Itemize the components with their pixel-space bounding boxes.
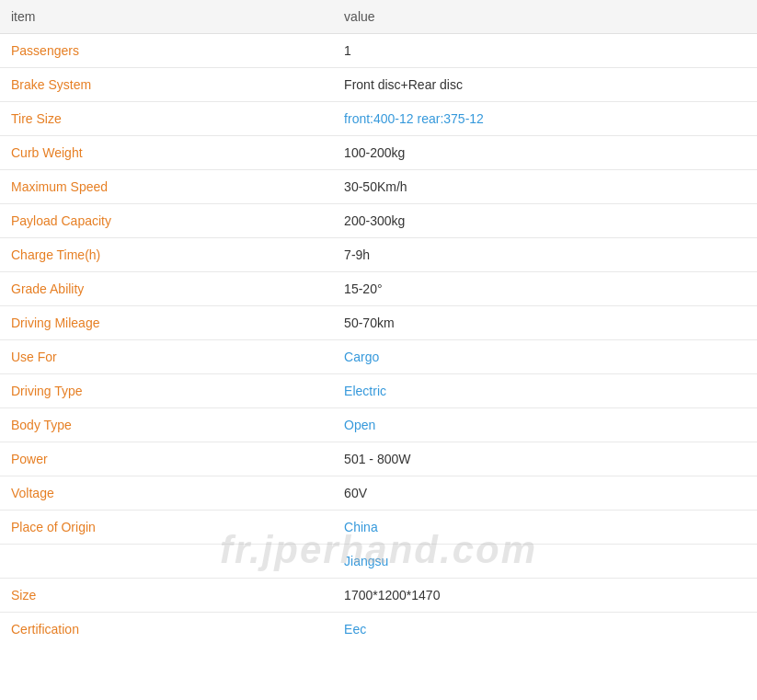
item-cell: Maximum Speed [0, 170, 333, 204]
value-cell: 501 - 800W [333, 442, 757, 476]
item-cell: Brake System [0, 68, 333, 102]
table-row: Brake SystemFront disc+Rear disc [0, 68, 757, 102]
table-row: Maximum Speed30-50Km/h [0, 170, 757, 204]
item-cell: Driving Mileage [0, 306, 333, 340]
table-row: Charge Time(h)7-9h [0, 238, 757, 272]
table-row: Curb Weight100-200kg [0, 136, 757, 170]
table-row: Place of OriginChina [0, 511, 757, 545]
value-cell: 1 [333, 34, 757, 68]
table-body: Passengers1Brake SystemFront disc+Rear d… [0, 34, 757, 647]
table-row: Body TypeOpen [0, 408, 757, 442]
table-row: Tire Sizefront:400-12 rear:375-12 [0, 102, 757, 136]
item-cell: Grade Ability [0, 272, 333, 306]
value-cell: front:400-12 rear:375-12 [333, 102, 757, 136]
item-cell: Curb Weight [0, 136, 333, 170]
header-value: value [333, 0, 757, 34]
value-cell: China [333, 511, 757, 545]
value-cell: 100-200kg [333, 136, 757, 170]
value-cell: 60V [333, 476, 757, 511]
header-item: item [0, 0, 333, 34]
value-cell: Open [333, 408, 757, 442]
item-cell: Driving Type [0, 374, 333, 408]
item-cell: Charge Time(h) [0, 238, 333, 272]
value-cell: 50-70km [333, 306, 757, 340]
item-cell: Use For [0, 340, 333, 374]
item-cell: Certification [0, 613, 333, 647]
table-row: Power501 - 800W [0, 442, 757, 476]
table-row: Passengers1 [0, 34, 757, 68]
value-cell: 1700*1200*1470 [333, 579, 757, 613]
value-cell: Jiangsu [333, 545, 757, 579]
item-cell: Voltage [0, 476, 333, 511]
table-row: Size1700*1200*1470 [0, 579, 757, 613]
value-cell: Electric [333, 374, 757, 408]
table-row: Voltage60V [0, 476, 757, 511]
item-cell: Place of Origin [0, 511, 333, 545]
value-cell: Cargo [333, 340, 757, 374]
spec-table: item value Passengers1Brake SystemFront … [0, 0, 757, 646]
value-cell: Eec [333, 613, 757, 647]
table-header-row: item value [0, 0, 757, 34]
item-cell [0, 545, 333, 579]
table-row: CertificationEec [0, 613, 757, 647]
item-cell: Power [0, 442, 333, 476]
table-row: Driving Mileage50-70km [0, 306, 757, 340]
value-cell: 15-20° [333, 272, 757, 306]
table-row: Use ForCargo [0, 340, 757, 374]
item-cell: Payload Capacity [0, 204, 333, 238]
item-cell: Passengers [0, 34, 333, 68]
table-row: Jiangsu [0, 545, 757, 579]
table-row: Payload Capacity200-300kg [0, 204, 757, 238]
item-cell: Tire Size [0, 102, 333, 136]
item-cell: Size [0, 579, 333, 613]
table-row: Driving TypeElectric [0, 374, 757, 408]
item-cell: Body Type [0, 408, 333, 442]
value-cell: 200-300kg [333, 204, 757, 238]
spec-table-container: item value Passengers1Brake SystemFront … [0, 0, 757, 646]
table-row: Grade Ability15-20° [0, 272, 757, 306]
value-cell: 30-50Km/h [333, 170, 757, 204]
value-cell: 7-9h [333, 238, 757, 272]
value-cell: Front disc+Rear disc [333, 68, 757, 102]
